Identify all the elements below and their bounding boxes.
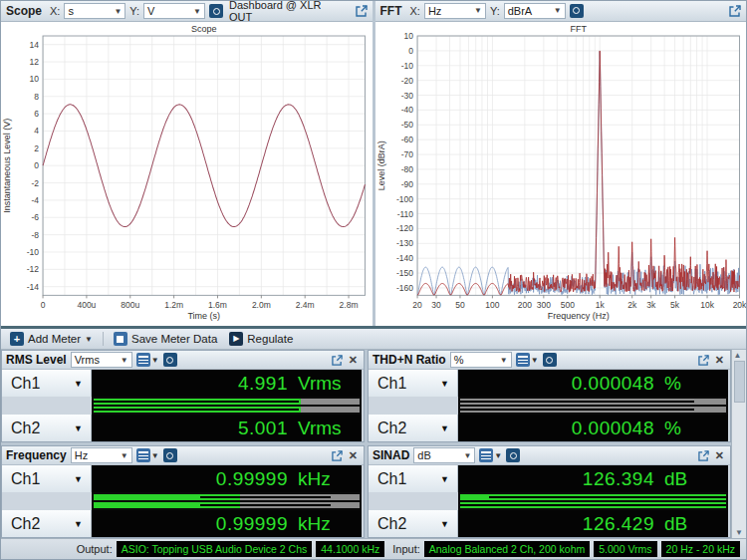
channel-selector-ch1[interactable]: Ch1▼ xyxy=(2,465,92,492)
up-arrow-icon[interactable]: ▲ xyxy=(734,351,745,360)
channel-row: Ch1▼ 0.000048% xyxy=(369,370,730,397)
svg-text:-50: -50 xyxy=(400,120,413,130)
meter-settings-button[interactable] xyxy=(163,353,177,367)
meter-title: SINAD xyxy=(373,448,409,462)
fft-title: FFT xyxy=(380,4,402,18)
close-icon[interactable]: ✕ xyxy=(713,354,726,367)
meter-settings-button[interactable] xyxy=(506,448,520,462)
meter-scale-button[interactable]: ▼ xyxy=(136,448,159,462)
regulate-button[interactable]: ▶ Regulate xyxy=(224,330,298,348)
caret-down-icon: ▼ xyxy=(440,379,449,389)
scope-settings-button[interactable] xyxy=(209,4,223,18)
level-bar xyxy=(94,494,360,500)
caret-down-icon: ▼ xyxy=(440,519,449,529)
popout-icon[interactable] xyxy=(729,5,741,17)
meter-title: Frequency xyxy=(6,448,67,462)
scope-panel: Scope X: s▼ Y: V▼ Dashboard @ XLR OUT Sc… xyxy=(1,1,373,326)
meter-panel-rms-level: RMS Level Vrms▼ ▼ ✕ Ch1▼ 4.991Vrms xyxy=(1,350,365,442)
meter-scale-button[interactable]: ▼ xyxy=(516,353,539,367)
svg-text:500: 500 xyxy=(560,300,574,310)
meter-settings-button[interactable] xyxy=(163,448,177,462)
level-bar xyxy=(460,407,726,413)
meter-scale-button[interactable]: ▼ xyxy=(136,353,159,367)
caret-down-icon: ▼ xyxy=(85,335,93,344)
svg-text:-20: -20 xyxy=(400,75,413,85)
level-bar xyxy=(94,502,360,508)
close-icon[interactable]: ✕ xyxy=(347,449,360,462)
svg-text:1.6m: 1.6m xyxy=(208,300,227,310)
scope-title: Scope xyxy=(6,4,42,18)
channel-selector-ch1[interactable]: Ch1▼ xyxy=(2,370,92,397)
add-meter-button[interactable]: + Add Meter ▼ xyxy=(5,330,98,348)
svg-text:2.4m: 2.4m xyxy=(296,300,315,310)
popout-icon[interactable] xyxy=(356,5,368,17)
svg-text:30: 30 xyxy=(431,300,441,310)
meter-scale-icon xyxy=(516,353,530,367)
svg-text:100: 100 xyxy=(485,300,499,310)
down-arrow-icon[interactable]: ▼ xyxy=(735,528,743,537)
popout-icon[interactable] xyxy=(332,450,343,461)
scrollbar-thumb[interactable] xyxy=(734,361,745,403)
output-device-badge: ASIO: Topping USB Audio Device 2 Chs xyxy=(117,541,313,557)
unit-select[interactable]: %▼ xyxy=(450,352,512,368)
unit-select[interactable]: dB▼ xyxy=(413,447,475,463)
svg-text:4: 4 xyxy=(34,126,39,136)
svg-text:-30: -30 xyxy=(400,90,413,100)
meters-scrollbar[interactable]: ▲ ▼ xyxy=(731,350,746,538)
meters-area: RMS Level Vrms▼ ▼ ✕ Ch1▼ 4.991Vrms xyxy=(1,350,746,538)
meter-panel-frequency: Frequency Hz▼ ▼ ✕ Ch1▼ 0.99999kHz xyxy=(1,445,365,538)
target-icon xyxy=(543,353,557,367)
fft-x-select[interactable]: Hz▼ xyxy=(424,3,486,19)
caret-down-icon: ▼ xyxy=(474,6,482,15)
channel-display: 0.000048% xyxy=(458,370,728,397)
svg-text:8: 8 xyxy=(34,92,39,102)
fft-header: FFT X: Hz▼ Y: dBrA▼ xyxy=(375,1,747,22)
svg-text:Time (s): Time (s) xyxy=(187,311,220,321)
channel-selector-ch2[interactable]: Ch2▼ xyxy=(369,415,458,441)
popout-icon[interactable] xyxy=(332,355,343,366)
fft-chart: FFT100-10-20-30-40-50-60-70-80-90-100-11… xyxy=(375,22,747,326)
caret-down-icon: ▼ xyxy=(463,451,471,460)
svg-text:-130: -130 xyxy=(396,238,413,248)
svg-text:-2: -2 xyxy=(31,178,39,188)
channel-selector-ch1[interactable]: Ch1▼ xyxy=(369,465,458,492)
close-icon[interactable]: ✕ xyxy=(713,449,726,462)
svg-text:0: 0 xyxy=(34,160,39,170)
svg-text:2.8m: 2.8m xyxy=(340,300,359,310)
channel-selector-ch1[interactable]: Ch1▼ xyxy=(369,370,458,397)
unit-select[interactable]: Vrms▼ xyxy=(71,352,132,368)
svg-text:FFT: FFT xyxy=(570,24,587,34)
svg-text:-8: -8 xyxy=(31,230,39,240)
channel-display: 4.991Vrms xyxy=(92,370,362,397)
scope-y-select[interactable]: V▼ xyxy=(143,3,205,19)
meter-panel-thdn-ratio: THD+N Ratio %▼ ▼ ✕ Ch1▼ 0.000048% xyxy=(368,350,731,442)
scope-x-select[interactable]: s▼ xyxy=(64,3,125,19)
meter-scale-button[interactable]: ▼ xyxy=(479,448,502,462)
svg-text:10: 10 xyxy=(403,31,413,41)
plus-icon: + xyxy=(10,332,24,346)
svg-text:2k: 2k xyxy=(627,300,637,310)
channel-selector-ch2[interactable]: Ch2▼ xyxy=(2,415,92,441)
popout-icon[interactable] xyxy=(698,450,709,461)
svg-text:-160: -160 xyxy=(396,283,413,293)
meter-header: Frequency Hz▼ ▼ ✕ xyxy=(2,446,364,465)
caret-down-icon: ▼ xyxy=(494,451,502,460)
fft-y-select[interactable]: dBrA▼ xyxy=(504,3,566,19)
svg-text:400u: 400u xyxy=(77,300,96,310)
meter-settings-button[interactable] xyxy=(543,353,557,367)
save-meter-data-button[interactable]: Save Meter Data xyxy=(109,330,222,348)
unit-select[interactable]: Hz▼ xyxy=(71,447,132,463)
fft-settings-button[interactable] xyxy=(570,4,584,18)
channel-selector-ch2[interactable]: Ch2▼ xyxy=(2,510,92,537)
popout-icon[interactable] xyxy=(698,355,709,366)
close-icon[interactable]: ✕ xyxy=(347,354,360,367)
channel-selector-ch2[interactable]: Ch2▼ xyxy=(369,510,458,537)
scope-plot-area: Scope14121086420-2-4-6-8-10-12-140400u80… xyxy=(1,22,373,326)
svg-text:5k: 5k xyxy=(670,300,680,310)
level-bar xyxy=(460,502,726,508)
target-icon xyxy=(506,448,520,462)
scope-y-axis-label: Y: xyxy=(129,5,139,17)
svg-text:-120: -120 xyxy=(396,223,413,233)
fft-plot-area: FFT100-10-20-30-40-50-60-70-80-90-100-11… xyxy=(375,22,747,326)
meter-scale-icon xyxy=(136,353,150,367)
